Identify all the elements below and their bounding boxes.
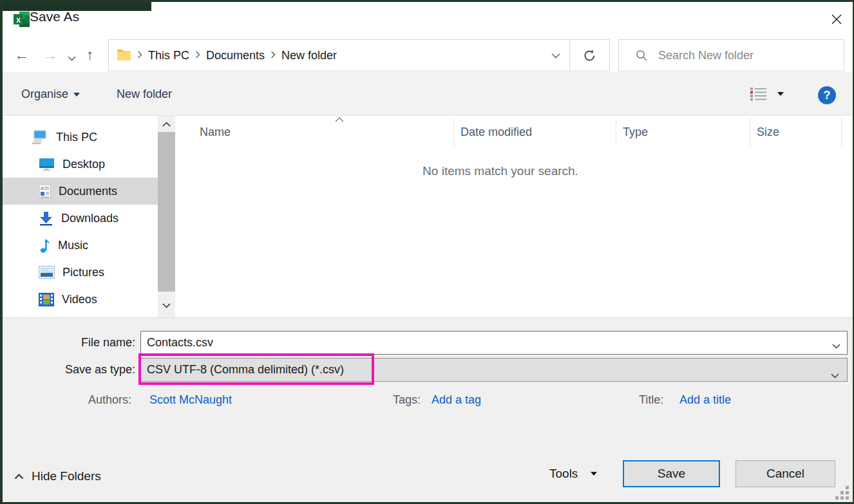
column-headers: Name Date modified Type Size [175,118,851,147]
sidebar-item-music[interactable]: Music [3,232,158,259]
sidebar-item-pictures[interactable]: Pictures [3,259,158,286]
scroll-down-icon[interactable] [158,299,175,312]
sidebar-item-label: Desktop [62,158,105,171]
forward-button[interactable]: → [43,46,57,64]
caret-down-icon [777,92,784,96]
chevron-right-icon [270,50,276,61]
column-header-date-modified[interactable]: Date modified [454,118,616,147]
search-input[interactable] [658,49,844,62]
documents-icon: A [39,184,51,199]
address-dropdown-icon[interactable] [551,50,560,61]
resize-grip[interactable] [835,486,849,500]
sidebar-item-label: This PC [56,131,97,144]
help-button[interactable]: ? [818,86,836,104]
title-label: Title: [639,393,663,407]
pictures-icon [39,266,55,279]
authors-value[interactable]: Scott McNaught [149,393,232,407]
sidebar-item-label: Documents [59,185,117,198]
svg-text:A: A [41,185,44,191]
save-as-type-value: CSV UTF-8 (Comma delimited) (*.csv) [147,363,344,377]
save-as-dialog: x Save As ← → ↑ This PC Documents [0,0,854,504]
column-header-type[interactable]: Type [616,118,750,147]
close-icon[interactable] [827,10,846,29]
chevron-right-icon [195,50,200,61]
caret-down-icon [73,93,80,97]
organise-menu[interactable]: Organise [21,88,80,101]
refresh-icon[interactable] [569,40,609,71]
dialog-title: Save As [30,9,79,24]
tools-label: Tools [549,467,578,481]
file-name-dropdown-icon[interactable] [832,340,840,351]
caret-down-icon [591,472,597,476]
view-options-button[interactable] [750,87,784,101]
file-name-label: File name: [42,336,135,350]
desktop-icon [39,158,55,171]
new-folder-button[interactable]: New folder [117,88,172,101]
sidebar-item-label: Music [58,239,88,252]
tools-menu[interactable]: Tools [549,467,597,481]
navigation-pane: This PC Desktop A Documents [3,116,158,317]
chevron-right-icon [137,50,142,61]
sidebar-item-downloads[interactable]: Downloads [3,205,158,232]
column-header-name[interactable]: Name [175,118,454,147]
this-pc-icon [31,130,48,145]
sidebar-item-label: Pictures [62,266,104,279]
sidebar-item-label: Videos [62,293,97,306]
music-icon [39,238,50,253]
videos-icon [39,293,54,306]
organise-label: Organise [21,88,68,100]
add-title-link[interactable]: Add a title [679,393,731,407]
sidebar-item-this-pc[interactable]: This PC [3,124,158,151]
scroll-up-icon[interactable] [158,118,175,131]
window-frame [0,0,854,2]
up-button[interactable]: ↑ [86,46,94,64]
search-box [618,39,844,71]
breadcrumb-this-pc[interactable]: This PC [148,49,189,62]
breadcrumb-new-folder[interactable]: New folder [281,49,337,62]
save-button[interactable]: Save [623,460,720,487]
authors-label: Authors: [88,393,131,407]
history-dropdown-icon[interactable] [68,52,76,64]
search-icon [636,50,648,62]
breadcrumb-documents[interactable]: Documents [206,49,265,62]
chevron-down-icon [831,368,839,382]
column-header-size[interactable]: Size [750,118,842,147]
excel-icon: x [13,11,30,30]
details-view-icon [750,87,767,101]
sidebar-item-desktop[interactable]: Desktop [3,151,158,178]
tags-label: Tags: [393,393,421,407]
chevron-up-icon [14,474,24,480]
scrollbar-thumb[interactable] [158,132,175,292]
sidebar-item-videos[interactable]: Videos [3,286,158,313]
back-button[interactable]: ← [14,46,29,64]
svg-text:x: x [16,15,21,24]
hide-folders-button[interactable]: Hide Folders [14,469,101,483]
window-frame [0,0,3,504]
save-as-type-label: Save as type: [42,363,135,377]
add-tag-link[interactable]: Add a tag [432,393,481,407]
sidebar-item-label: Downloads [61,212,119,225]
hide-folders-label: Hide Folders [32,469,101,483]
file-name-input[interactable] [140,331,848,355]
sidebar-item-documents[interactable]: A Documents [3,178,158,205]
cancel-button[interactable]: Cancel [735,460,835,487]
breadcrumb: This PC Documents New folder [108,39,610,71]
downloads-icon [39,211,53,226]
folder-icon [117,48,131,63]
empty-list-message: No items match your search. [175,164,826,178]
save-as-type-dropdown[interactable]: CSV UTF-8 (Comma delimited) (*.csv) [140,358,848,382]
